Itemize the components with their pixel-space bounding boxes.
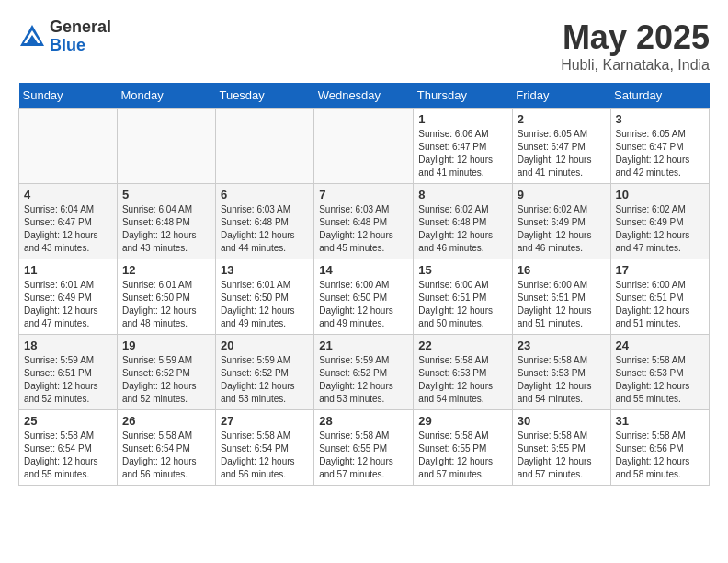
day-number: 21	[319, 339, 408, 352]
day-number: 29	[418, 414, 506, 428]
logo-general: General	[50, 18, 111, 37]
calendar-cell: 30Sunrise: 5:58 AMSunset: 6:55 PMDayligh…	[512, 410, 610, 486]
day-info: Sunrise: 6:00 AMSunset: 6:51 PMDaylight:…	[616, 279, 704, 330]
day-info: Sunrise: 5:58 AMSunset: 6:53 PMDaylight:…	[418, 354, 506, 406]
calendar-cell: 3Sunrise: 6:05 AMSunset: 6:47 PMDaylight…	[610, 109, 709, 184]
day-number: 10	[616, 188, 704, 201]
day-info: Sunrise: 5:58 AMSunset: 6:54 PMDaylight:…	[221, 430, 309, 481]
day-number: 24	[616, 339, 704, 352]
day-number: 30	[518, 414, 606, 428]
calendar-cell: 24Sunrise: 5:58 AMSunset: 6:53 PMDayligh…	[610, 335, 709, 410]
day-info: Sunrise: 6:02 AMSunset: 6:49 PMDaylight:…	[518, 203, 606, 255]
logo: General Blue	[18, 18, 111, 55]
col-sunday: Sunday	[19, 83, 118, 109]
day-number: 26	[122, 414, 210, 428]
calendar-cell: 29Sunrise: 5:58 AMSunset: 6:55 PMDayligh…	[414, 410, 512, 486]
calendar-cell: 10Sunrise: 6:02 AMSunset: 6:49 PMDayligh…	[610, 184, 709, 259]
day-info: Sunrise: 6:03 AMSunset: 6:48 PMDaylight:…	[221, 203, 309, 255]
page-header: General Blue May 2025 Hubli, Karnataka, …	[18, 18, 710, 74]
calendar-cell: 15Sunrise: 6:00 AMSunset: 6:51 PMDayligh…	[414, 259, 512, 335]
header-row: Sunday Monday Tuesday Wednesday Thursday…	[19, 83, 710, 109]
day-info: Sunrise: 6:04 AMSunset: 6:47 PMDaylight:…	[24, 203, 112, 255]
calendar-cell: 12Sunrise: 6:01 AMSunset: 6:50 PMDayligh…	[117, 259, 215, 335]
day-info: Sunrise: 6:05 AMSunset: 6:47 PMDaylight:…	[616, 128, 704, 179]
col-saturday: Saturday	[610, 83, 709, 109]
day-number: 19	[122, 339, 210, 352]
calendar-table: Sunday Monday Tuesday Wednesday Thursday…	[18, 83, 710, 486]
day-number: 6	[221, 188, 309, 201]
calendar-cell: 27Sunrise: 5:58 AMSunset: 6:54 PMDayligh…	[215, 410, 313, 486]
day-info: Sunrise: 6:00 AMSunset: 6:50 PMDaylight:…	[319, 279, 408, 330]
day-number: 9	[518, 188, 606, 201]
day-number: 11	[24, 263, 112, 277]
day-info: Sunrise: 6:01 AMSunset: 6:50 PMDaylight:…	[221, 279, 309, 330]
day-number: 25	[24, 414, 112, 428]
day-number: 5	[122, 188, 210, 201]
day-info: Sunrise: 5:58 AMSunset: 6:55 PMDaylight:…	[518, 430, 606, 481]
day-info: Sunrise: 6:00 AMSunset: 6:51 PMDaylight:…	[418, 279, 506, 330]
day-number: 12	[122, 263, 210, 277]
day-number: 28	[319, 414, 408, 428]
day-info: Sunrise: 6:00 AMSunset: 6:51 PMDaylight:…	[518, 279, 606, 330]
calendar-cell: 22Sunrise: 5:58 AMSunset: 6:53 PMDayligh…	[414, 335, 512, 410]
day-number: 13	[221, 263, 309, 277]
day-number: 4	[24, 188, 112, 201]
day-number: 20	[221, 339, 309, 352]
calendar-cell: 6Sunrise: 6:03 AMSunset: 6:48 PMDaylight…	[215, 184, 313, 259]
col-thursday: Thursday	[414, 83, 512, 109]
day-info: Sunrise: 5:59 AMSunset: 6:52 PMDaylight:…	[319, 354, 408, 406]
day-info: Sunrise: 5:59 AMSunset: 6:52 PMDaylight:…	[221, 354, 309, 406]
day-info: Sunrise: 6:02 AMSunset: 6:49 PMDaylight:…	[616, 203, 704, 255]
day-info: Sunrise: 6:01 AMSunset: 6:50 PMDaylight:…	[122, 279, 210, 330]
calendar-cell: 17Sunrise: 6:00 AMSunset: 6:51 PMDayligh…	[610, 259, 709, 335]
calendar-cell: 5Sunrise: 6:04 AMSunset: 6:48 PMDaylight…	[117, 184, 215, 259]
calendar-subtitle: Hubli, Karnataka, India	[561, 57, 710, 74]
calendar-cell: 25Sunrise: 5:58 AMSunset: 6:54 PMDayligh…	[19, 410, 118, 486]
day-info: Sunrise: 5:58 AMSunset: 6:54 PMDaylight:…	[24, 430, 112, 481]
day-info: Sunrise: 5:58 AMSunset: 6:55 PMDaylight:…	[418, 430, 506, 481]
calendar-body: 1Sunrise: 6:06 AMSunset: 6:47 PMDaylight…	[19, 109, 710, 486]
day-info: Sunrise: 5:59 AMSunset: 6:52 PMDaylight:…	[122, 354, 210, 406]
day-info: Sunrise: 6:04 AMSunset: 6:48 PMDaylight:…	[122, 203, 210, 255]
day-info: Sunrise: 6:05 AMSunset: 6:47 PMDaylight:…	[518, 128, 606, 179]
day-number: 3	[616, 112, 704, 126]
day-info: Sunrise: 6:01 AMSunset: 6:49 PMDaylight:…	[24, 279, 112, 330]
calendar-cell: 28Sunrise: 5:58 AMSunset: 6:55 PMDayligh…	[314, 410, 414, 486]
day-number: 27	[221, 414, 309, 428]
calendar-cell: 21Sunrise: 5:59 AMSunset: 6:52 PMDayligh…	[314, 335, 414, 410]
day-info: Sunrise: 5:58 AMSunset: 6:55 PMDaylight:…	[319, 430, 408, 481]
calendar-week-1: 1Sunrise: 6:06 AMSunset: 6:47 PMDaylight…	[19, 109, 710, 184]
calendar-cell: 18Sunrise: 5:59 AMSunset: 6:51 PMDayligh…	[19, 335, 118, 410]
col-tuesday: Tuesday	[215, 83, 313, 109]
calendar-week-4: 18Sunrise: 5:59 AMSunset: 6:51 PMDayligh…	[19, 335, 710, 410]
day-number: 17	[616, 263, 704, 277]
calendar-week-5: 25Sunrise: 5:58 AMSunset: 6:54 PMDayligh…	[19, 410, 710, 486]
day-number: 1	[418, 112, 506, 126]
calendar-cell: 13Sunrise: 6:01 AMSunset: 6:50 PMDayligh…	[215, 259, 313, 335]
calendar-cell: 23Sunrise: 5:58 AMSunset: 6:53 PMDayligh…	[512, 335, 610, 410]
calendar-cell: 19Sunrise: 5:59 AMSunset: 6:52 PMDayligh…	[117, 335, 215, 410]
logo-blue: Blue	[50, 37, 111, 55]
calendar-cell	[19, 109, 118, 184]
calendar-cell: 4Sunrise: 6:04 AMSunset: 6:47 PMDaylight…	[19, 184, 118, 259]
calendar-cell: 14Sunrise: 6:00 AMSunset: 6:50 PMDayligh…	[314, 259, 414, 335]
day-number: 16	[518, 263, 606, 277]
calendar-cell: 1Sunrise: 6:06 AMSunset: 6:47 PMDaylight…	[414, 109, 512, 184]
day-info: Sunrise: 5:58 AMSunset: 6:53 PMDaylight:…	[616, 354, 704, 406]
day-info: Sunrise: 5:58 AMSunset: 6:54 PMDaylight:…	[122, 430, 210, 481]
calendar-cell	[314, 109, 414, 184]
col-friday: Friday	[512, 83, 610, 109]
day-info: Sunrise: 5:59 AMSunset: 6:51 PMDaylight:…	[24, 354, 112, 406]
calendar-title: May 2025	[561, 18, 710, 57]
day-number: 31	[616, 414, 704, 428]
day-number: 15	[418, 263, 506, 277]
calendar-header: Sunday Monday Tuesday Wednesday Thursday…	[19, 83, 710, 109]
calendar-week-3: 11Sunrise: 6:01 AMSunset: 6:49 PMDayligh…	[19, 259, 710, 335]
day-number: 8	[418, 188, 506, 201]
day-number: 7	[319, 188, 408, 201]
col-monday: Monday	[117, 83, 215, 109]
day-info: Sunrise: 5:58 AMSunset: 6:53 PMDaylight:…	[518, 354, 606, 406]
day-number: 2	[518, 112, 606, 126]
day-number: 14	[319, 263, 408, 277]
calendar-cell: 16Sunrise: 6:00 AMSunset: 6:51 PMDayligh…	[512, 259, 610, 335]
